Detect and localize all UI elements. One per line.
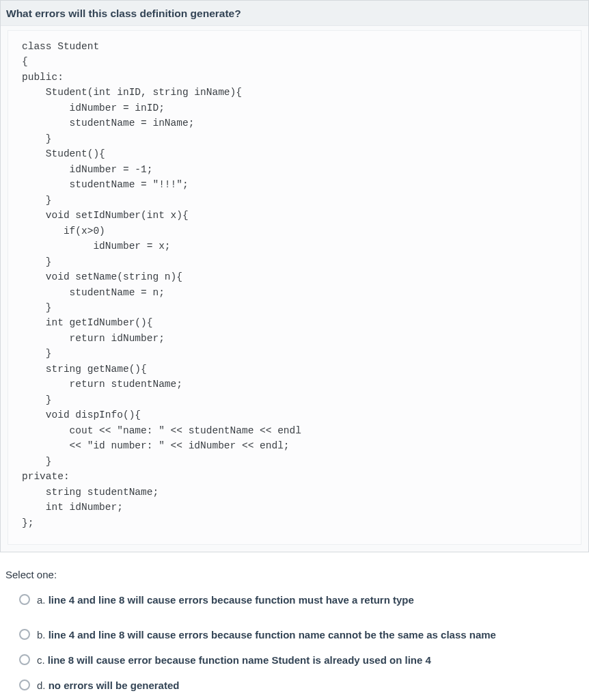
radio-c[interactable] [19, 654, 30, 665]
select-one-prompt: Select one: [5, 569, 584, 580]
option-a-text: line 4 and line 8 will cause errors beca… [49, 594, 414, 606]
option-c[interactable]: c. line 8 will cause error because funct… [19, 653, 584, 667]
option-b-label[interactable]: b. line 4 and line 8 will cause errors b… [37, 628, 496, 642]
radio-d[interactable] [19, 679, 30, 690]
answer-section: Select one: a. line 4 and line 8 will ca… [0, 552, 589, 700]
code-block: class Student { public: Student(int inID… [8, 30, 581, 545]
option-d-label[interactable]: d. no errors will be generated [37, 678, 179, 692]
option-d[interactable]: d. no errors will be generated [19, 678, 584, 692]
option-a[interactable]: a. line 4 and line 8 will cause errors b… [19, 593, 584, 607]
radio-b[interactable] [19, 629, 30, 640]
option-c-text: line 8 will cause error because function… [48, 654, 431, 666]
option-c-letter: c. [37, 654, 45, 666]
option-a-label[interactable]: a. line 4 and line 8 will cause errors b… [37, 593, 414, 607]
option-b-letter: b. [37, 629, 46, 641]
question-container: What errors will this class definition g… [0, 0, 589, 552]
option-d-letter: d. [37, 679, 46, 691]
question-header: What errors will this class definition g… [1, 1, 588, 26]
radio-a[interactable] [19, 594, 30, 605]
option-d-text: no errors will be generated [49, 679, 180, 691]
option-b-text: line 4 and line 8 will cause errors beca… [49, 629, 496, 641]
option-b[interactable]: b. line 4 and line 8 will cause errors b… [19, 628, 584, 642]
option-a-letter: a. [37, 594, 46, 606]
option-c-label[interactable]: c. line 8 will cause error because funct… [37, 653, 431, 667]
code-content: class Student { public: Student(int inID… [22, 39, 570, 530]
question-title: What errors will this class definition g… [6, 8, 580, 20]
